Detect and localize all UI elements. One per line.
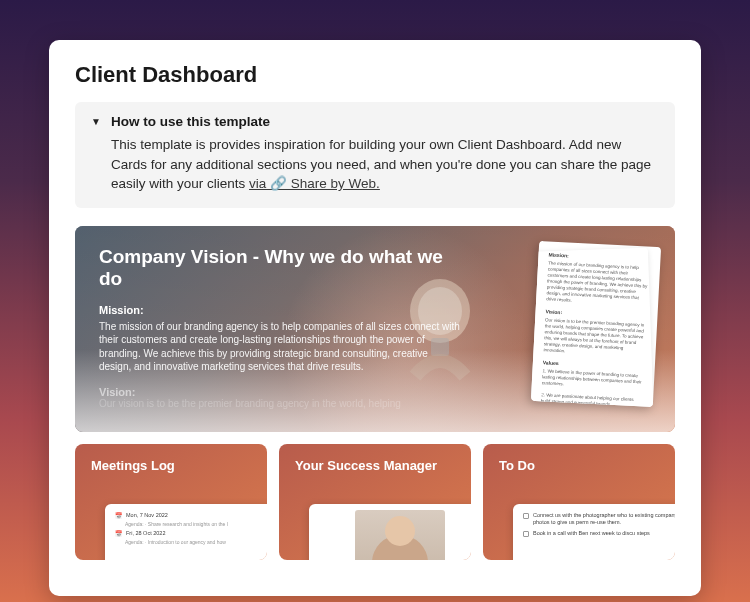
cards-row: Meetings Log 📅 Mon, 7 Nov 2022 Agenda: ·… xyxy=(75,444,675,560)
todo-text: Book in a call with Ben next week to dis… xyxy=(533,530,650,537)
meeting-date: Fri, 28 Oct 2022 xyxy=(126,530,165,537)
todo-card[interactable]: To Do Connect us with the photographer w… xyxy=(483,444,675,560)
list-item: Book in a call with Ben next week to dis… xyxy=(523,530,675,537)
success-manager-card[interactable]: Your Success Manager xyxy=(279,444,471,560)
dashboard-sheet: Client Dashboard ▼ How to use this templ… xyxy=(49,40,701,596)
list-item: Connect us with the photographer who to … xyxy=(523,512,675,526)
vision-label: Vision: xyxy=(99,386,461,398)
manager-preview xyxy=(309,504,471,560)
mission-text: The mission of our branding agency is to… xyxy=(99,320,461,374)
meeting-agenda: Agenda: · Introduction to our agency and… xyxy=(125,539,267,545)
howto-text: This template is provides inspiration fo… xyxy=(111,137,651,191)
howto-toggle[interactable]: ▼ How to use this template xyxy=(91,114,659,129)
vision-title: Company Vision - Why we do what we do xyxy=(99,246,461,290)
list-item: 📅 Mon, 7 Nov 2022 xyxy=(115,512,267,519)
vision-doc-preview: Mission: The mission of our branding age… xyxy=(531,241,661,407)
todo-title: To Do xyxy=(499,458,659,473)
calendar-icon: 📅 xyxy=(115,512,122,519)
manager-title: Your Success Manager xyxy=(295,458,455,473)
meetings-title: Meetings Log xyxy=(91,458,251,473)
vision-text: Our vision is to be the premier branding… xyxy=(99,398,461,409)
meeting-agenda: Agenda: · Share research and insights on… xyxy=(125,521,267,527)
calendar-icon: 📅 xyxy=(115,530,122,537)
todo-text: Connect us with the photographer who to … xyxy=(533,512,675,526)
howto-panel: ▼ How to use this template This template… xyxy=(75,102,675,208)
chevron-down-icon: ▼ xyxy=(91,116,101,127)
meetings-preview: 📅 Mon, 7 Nov 2022 Agenda: · Share resear… xyxy=(105,504,267,560)
doc-p1: The mission of our branding agency is to… xyxy=(546,260,650,308)
vision-card[interactable]: Company Vision - Why we do what we do Mi… xyxy=(75,226,675,432)
doc-p2: Our vision is to be the premier branding… xyxy=(543,317,647,359)
checkbox-icon[interactable] xyxy=(523,531,529,537)
checkbox-icon[interactable] xyxy=(523,513,529,519)
vision-text-block: Company Vision - Why we do what we do Mi… xyxy=(75,226,485,409)
mission-label: Mission: xyxy=(99,304,461,316)
todo-preview: Connect us with the photographer who to … xyxy=(513,504,675,560)
list-item: 📅 Fri, 28 Oct 2022 xyxy=(115,530,267,537)
page-title: Client Dashboard xyxy=(75,62,675,88)
howto-title: How to use this template xyxy=(111,114,270,129)
doc-v1: 1. We believe in the power of branding t… xyxy=(542,368,645,392)
avatar xyxy=(355,510,445,560)
meeting-date: Mon, 7 Nov 2022 xyxy=(126,512,168,519)
share-by-web-link[interactable]: via 🔗 Share by Web. xyxy=(249,176,380,191)
howto-body: This template is provides inspiration fo… xyxy=(91,135,659,194)
meetings-log-card[interactable]: Meetings Log 📅 Mon, 7 Nov 2022 Agenda: ·… xyxy=(75,444,267,560)
